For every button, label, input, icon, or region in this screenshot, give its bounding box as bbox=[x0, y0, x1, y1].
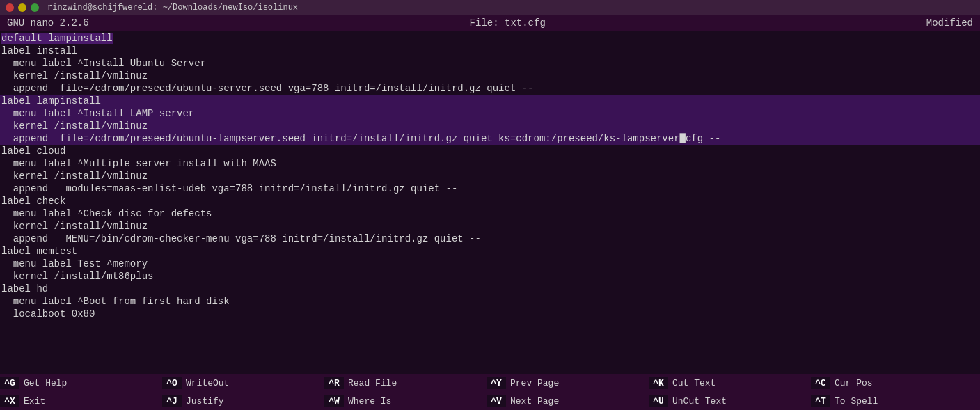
shortcut-key: ^T bbox=[811, 395, 830, 407]
shortcut-row-2: ^XExit^JJustify^WWhere Is^VNext Page^UUn… bbox=[0, 392, 980, 410]
shortcut-label: Get Help bbox=[19, 378, 67, 388]
editor-line: menu label ^Check disc for defects bbox=[0, 207, 980, 220]
shortcut-label: Exit bbox=[19, 396, 45, 407]
editor-line: append file=/cdrom/preseed/ubuntu-lampse… bbox=[0, 132, 980, 145]
shortcut-key: ^Y bbox=[487, 377, 506, 389]
editor-line: label memtest bbox=[0, 245, 980, 258]
shortcut-item: ^VNext Page bbox=[487, 392, 649, 410]
editor-line bbox=[0, 320, 980, 333]
shortcut-row-1: ^GGet Help^OWriteOut^RRead File^YPrev Pa… bbox=[0, 374, 980, 392]
shortcut-key: ^U bbox=[649, 395, 668, 407]
editor-line: menu label ^Install LAMP server bbox=[0, 107, 980, 120]
shortcut-label: To Spell bbox=[830, 396, 878, 407]
shortcut-key: ^K bbox=[649, 377, 668, 389]
editor[interactable]: default lampinstalllabel install menu la… bbox=[0, 31, 980, 374]
editor-line: label lampinstall bbox=[0, 95, 980, 107]
nano-filename: File: txt.cfg bbox=[470, 17, 546, 29]
shortcut-label: UnCut Text bbox=[668, 396, 727, 407]
shortcut-key: ^J bbox=[162, 395, 182, 407]
shortcut-label: Where Is bbox=[344, 396, 391, 407]
shortcut-label: WriteOut bbox=[182, 378, 229, 388]
nano-version: GNU nano 2.2.6 bbox=[7, 17, 89, 29]
shortcut-item: ^RRead File bbox=[324, 374, 487, 392]
shortcut-key: ^V bbox=[487, 395, 506, 407]
editor-line: default lampinstall bbox=[0, 32, 980, 45]
editor-line: localboot 0x80 bbox=[0, 308, 980, 320]
shortcut-item: ^TTo Spell bbox=[811, 392, 973, 410]
shortcut-key: ^O bbox=[162, 377, 182, 389]
shortcut-key: ^C bbox=[811, 377, 830, 389]
shortcut-label: Cur Pos bbox=[830, 378, 873, 388]
nano-header: GNU nano 2.2.6 File: txt.cfg Modified bbox=[0, 15, 980, 31]
minimize-btn[interactable] bbox=[18, 3, 26, 12]
maximize-btn[interactable] bbox=[31, 3, 39, 12]
shortcut-item: ^CCur Pos bbox=[811, 374, 973, 392]
shortcut-key: ^W bbox=[324, 395, 344, 407]
shortcut-key: ^X bbox=[0, 395, 19, 407]
editor-line: kernel /install/vmlinuz bbox=[0, 170, 980, 182]
shortcut-item: ^YPrev Page bbox=[487, 374, 649, 392]
editor-line: menu label ^Install Ubuntu Server bbox=[0, 57, 980, 70]
editor-line: label cloud bbox=[0, 145, 980, 157]
nano-modified: Modified bbox=[926, 17, 973, 29]
shortcut-label: Next Page bbox=[506, 396, 559, 407]
shortcut-key: ^G bbox=[0, 377, 19, 389]
shortcut-item: ^JJustify bbox=[162, 392, 324, 410]
shortcut-key: ^R bbox=[324, 377, 344, 389]
editor-line: kernel /install/vmlinuz bbox=[0, 220, 980, 232]
shortcut-label: Cut Text bbox=[668, 378, 716, 388]
titlebar: rinzwind@schijfwereld: ~/Downloads/newIs… bbox=[0, 0, 980, 15]
shortcut-item: ^OWriteOut bbox=[162, 374, 324, 392]
shortcut-item: ^WWhere Is bbox=[324, 392, 487, 410]
bottom-bar: ^GGet Help^OWriteOut^RRead File^YPrev Pa… bbox=[0, 374, 980, 410]
shortcut-label: Read File bbox=[344, 378, 397, 388]
shortcut-item: ^GGet Help bbox=[0, 374, 162, 392]
editor-line: append MENU=/bin/cdrom-checker-menu vga=… bbox=[0, 232, 980, 245]
editor-line: kernel /install/vmlinuz bbox=[0, 70, 980, 82]
editor-line: kernel /install/mt86plus bbox=[0, 270, 980, 283]
titlebar-title: rinzwind@schijfwereld: ~/Downloads/newIs… bbox=[47, 3, 298, 13]
editor-line: append file=/cdrom/preseed/ubuntu-server… bbox=[0, 82, 980, 95]
editor-line: append modules=maas-enlist-udeb vga=788 … bbox=[0, 182, 980, 195]
close-btn[interactable] bbox=[6, 3, 14, 12]
editor-line: label hd bbox=[0, 283, 980, 295]
editor-line: kernel /install/vmlinuz bbox=[0, 120, 980, 132]
editor-line: label check bbox=[0, 195, 980, 207]
editor-line: menu label ^Multiple server install with… bbox=[0, 157, 980, 170]
shortcut-item: ^XExit bbox=[0, 392, 162, 410]
shortcut-label: Justify bbox=[182, 396, 224, 407]
shortcut-label: Prev Page bbox=[506, 378, 559, 388]
shortcut-item: ^UUnCut Text bbox=[649, 392, 811, 410]
shortcut-item: ^KCut Text bbox=[649, 374, 811, 392]
editor-line: menu label ^Boot from first hard disk bbox=[0, 295, 980, 308]
editor-line: label install bbox=[0, 45, 980, 57]
editor-line: menu label Test ^memory bbox=[0, 258, 980, 270]
